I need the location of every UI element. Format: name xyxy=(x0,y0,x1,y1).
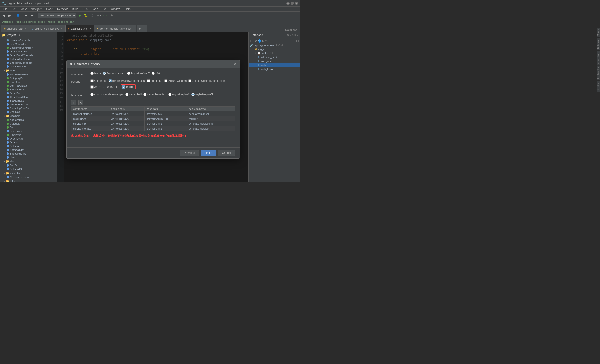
tree-folder-filter[interactable]: ▾ 📂 filter xyxy=(0,179,57,182)
redo-button[interactable]: ↪ xyxy=(29,13,35,18)
tree-folder-dao[interactable]: ▾ 📂 dao xyxy=(0,68,57,73)
template-custom-radio[interactable] xyxy=(91,93,94,96)
template-default-empty[interactable]: default-empty xyxy=(143,93,165,96)
tree-item[interactable]: OrderDao xyxy=(0,91,57,95)
db-refresh-button[interactable]: ↻ xyxy=(254,39,257,43)
db-table-dish[interactable]: ⊞ dish xyxy=(249,63,300,67)
maximize-button[interactable]: □ xyxy=(291,2,294,5)
tree-folder-exception[interactable]: ▾ 📂 exception xyxy=(0,171,57,175)
tab-close-icon[interactable]: ✕ xyxy=(143,27,145,30)
tree-item[interactable]: UserDao xyxy=(0,110,57,114)
bc-database[interactable]: Database xyxy=(2,20,13,23)
tree-item[interactable]: SetmealDto xyxy=(0,167,57,171)
db-run-button[interactable]: ▶ xyxy=(262,39,265,43)
tree-item[interactable]: Orders xyxy=(0,141,57,144)
option-comment-check[interactable] xyxy=(91,79,94,82)
annotation-mybatis-plus2[interactable]: Mybatis-Plus 2 xyxy=(127,72,150,75)
menu-refactor[interactable]: Refactor xyxy=(55,7,70,11)
more-tabs-button[interactable]: ⋯ xyxy=(149,28,152,32)
db-edit-button[interactable]: ✎ xyxy=(265,39,268,43)
tree-item[interactable]: SetmealDish xyxy=(0,148,57,152)
tab-or[interactable]: or ✕ xyxy=(137,25,147,32)
db-table-category[interactable]: ⊞ category xyxy=(249,59,300,63)
annotation-iba[interactable]: IBA xyxy=(152,72,160,75)
menu-navigate[interactable]: Navigate xyxy=(29,7,44,11)
run-configuration-dropdown[interactable]: ReggieTakeOutApplication xyxy=(38,13,76,18)
tree-folder-daomain[interactable]: ▾ 📂 daomain xyxy=(0,114,57,118)
previous-button[interactable]: Previous xyxy=(180,150,199,156)
option-lombok-check[interactable] xyxy=(147,79,150,82)
tree-item[interactable]: EmployeeController xyxy=(0,46,57,50)
db-reggie-item[interactable]: ▾ 🗄 reggie xyxy=(249,47,300,51)
undo-button[interactable]: ↩ xyxy=(23,13,28,18)
close-button[interactable]: ✕ xyxy=(295,2,298,5)
menu-tools[interactable]: Tools xyxy=(90,7,100,11)
add-button[interactable]: 👤 xyxy=(15,13,20,18)
add-config-button[interactable]: + xyxy=(71,100,76,105)
template-mybatis-plus2[interactable]: mybatis-plus2 xyxy=(168,93,190,96)
tree-item[interactable]: commonController xyxy=(0,38,57,42)
tree-item[interactable]: DishController xyxy=(0,42,57,46)
menu-file[interactable]: File xyxy=(1,7,9,11)
tree-item[interactable]: UserController xyxy=(0,65,57,68)
option-actual-column[interactable]: Actual Column xyxy=(164,79,187,82)
tree-item[interactable]: SetmealController xyxy=(0,57,57,61)
option-comment[interactable]: Comment xyxy=(91,79,107,82)
menu-window[interactable]: Window xyxy=(109,7,122,11)
menu-edit[interactable]: Edit xyxy=(9,7,18,11)
annotation-mybatis-plus2-radio[interactable] xyxy=(127,72,130,75)
template-mybatis-plus3[interactable]: mybatis-plus3 xyxy=(191,93,213,96)
tab-close-icon[interactable]: ✕ xyxy=(90,27,91,30)
back-button[interactable]: ◀ xyxy=(1,13,6,18)
option-tostring-check[interactable] xyxy=(109,79,112,82)
template-default-all-radio[interactable] xyxy=(125,93,128,96)
tree-item[interactable]: SetmealDishDao xyxy=(0,103,57,106)
bc-shopping-cart[interactable]: shopping_cart xyxy=(58,20,74,23)
annotation-none-radio[interactable] xyxy=(91,72,94,75)
option-actual-column-annotation-check[interactable] xyxy=(188,79,191,82)
build-button[interactable]: ⚙ xyxy=(89,13,94,18)
tree-item[interactable]: CategoryDao xyxy=(0,76,57,80)
tab-login-filter[interactable]: J LoginCheckFilter.java ✕ xyxy=(29,25,65,32)
db-connection-item[interactable]: 🔗 reggie@localhost 1 of 18 xyxy=(249,43,300,47)
bc-reggie[interactable]: reggie xyxy=(38,20,46,23)
template-mybatis-plus2-radio[interactable] xyxy=(168,93,171,96)
tree-item[interactable]: ShoppingCartDao xyxy=(0,106,57,110)
template-mybatis-plus3-radio[interactable] xyxy=(191,93,195,96)
tree-item[interactable]: ShoppingCart xyxy=(0,152,57,155)
minimize-button[interactable]: ─ xyxy=(286,2,290,5)
annotation-iba-radio[interactable] xyxy=(152,72,155,75)
tree-item[interactable]: SetMealDao xyxy=(0,99,57,103)
tree-item[interactable]: Setmeal xyxy=(0,144,57,148)
refresh-config-button[interactable]: ↻ xyxy=(78,100,84,105)
forward-button[interactable]: ▶ xyxy=(7,13,12,18)
option-actual-column-annotation[interactable]: Actual Column Annotation xyxy=(188,79,225,82)
option-actual-column-check[interactable] xyxy=(164,79,167,82)
tree-folder-dto[interactable]: ▾ 📂 dto xyxy=(0,159,57,164)
tree-item[interactable]: Category xyxy=(0,122,57,126)
option-jsr310-check[interactable] xyxy=(91,85,94,89)
menu-git[interactable]: Git xyxy=(101,7,108,11)
tab-close-icon[interactable]: ✕ xyxy=(25,27,27,30)
tree-item[interactable]: CustomException xyxy=(0,175,57,179)
db-more-button[interactable]: ⋯ xyxy=(268,39,272,43)
menu-run[interactable]: Run xyxy=(81,7,90,11)
option-lombok[interactable]: Lombok xyxy=(147,79,161,82)
option-model-check[interactable] xyxy=(122,85,125,89)
tree-item[interactable]: DishFlavorDao xyxy=(0,84,57,88)
annotation-mybatis-plus3-radio[interactable] xyxy=(103,72,106,75)
db-minus-button[interactable]: − xyxy=(252,39,254,43)
menu-code[interactable]: Code xyxy=(44,7,55,11)
menu-build[interactable]: Build xyxy=(70,7,80,11)
option-tostring[interactable]: toString/hashCode/equals xyxy=(109,79,145,82)
tree-item[interactable]: AddressBookDao xyxy=(0,73,57,76)
tab-pom[interactable]: X pom.xml (reggie_take_out) ✕ xyxy=(94,25,136,32)
bc-localhost[interactable]: reggie@localhost xyxy=(16,20,36,23)
tab-close-icon[interactable]: ✕ xyxy=(132,27,134,30)
debug-button[interactable]: 🐛 xyxy=(83,13,88,18)
annotation-mybatis-plus3[interactable]: Mybatis-Plus 3 xyxy=(103,72,125,75)
option-model[interactable]: Model xyxy=(122,85,134,89)
run-button[interactable]: ▶ xyxy=(77,13,82,18)
tree-item-employee[interactable]: Employee xyxy=(0,133,57,137)
tree-item[interactable]: AddressBook xyxy=(0,118,57,122)
